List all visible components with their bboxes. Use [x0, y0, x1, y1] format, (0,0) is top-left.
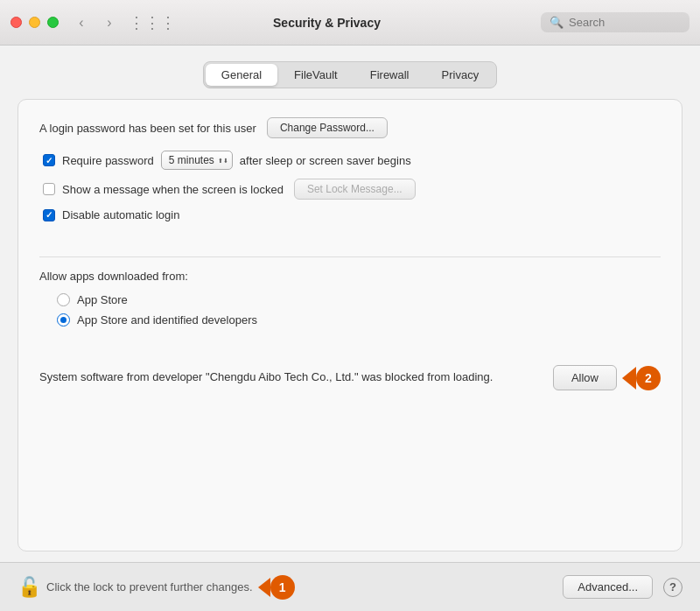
section-divider	[39, 256, 661, 257]
badge-2: 2	[636, 366, 661, 390]
settings-panel: A login password has been set for this u…	[18, 99, 682, 551]
require-password-checkbox[interactable]	[43, 154, 55, 166]
show-message-checkbox[interactable]	[43, 183, 55, 195]
require-password-label: Require password	[62, 154, 154, 167]
tab-general[interactable]: General	[206, 64, 277, 86]
lock-wrap[interactable]: 🔓 Click the lock to prevent further chan…	[18, 575, 295, 600]
set-lock-message-button: Set Lock Message...	[294, 179, 416, 200]
allow-button[interactable]: Allow	[553, 365, 617, 390]
tabs-container: General FileVault Firewall Privacy	[0, 46, 700, 99]
require-password-suffix: after sleep or screen saver begins	[240, 154, 411, 167]
main-content: General FileVault Firewall Privacy A log…	[0, 46, 700, 562]
change-password-button[interactable]: Change Password...	[267, 117, 388, 138]
bottom-bar: 🔓 Click the lock to prevent further chan…	[0, 562, 700, 611]
radio-group: App Store App Store and identified devel…	[57, 293, 661, 327]
password-timeout-dropdown[interactable]: 5 minutes	[161, 151, 233, 170]
search-bar[interactable]: 🔍	[541, 12, 690, 32]
login-section: A login password has been set for this u…	[39, 117, 661, 230]
back-arrow[interactable]: ‹	[69, 13, 94, 32]
disable-autologin-label: Disable automatic login	[62, 208, 179, 221]
tab-filevault[interactable]: FileVault	[278, 64, 354, 86]
login-text: A login password has been set for this u…	[39, 122, 256, 135]
advanced-button[interactable]: Advanced...	[563, 575, 653, 599]
help-button[interactable]: ?	[663, 578, 682, 597]
app-store-identified-label: App Store and identified developers	[77, 313, 257, 327]
allow-annotation: 2	[622, 366, 661, 390]
badge-1: 1	[270, 575, 295, 600]
allow-section: Allow 2	[553, 365, 661, 390]
tab-firewall[interactable]: Firewall	[354, 64, 425, 86]
blocked-software-text: System software from developer "Chengdu …	[39, 369, 542, 385]
app-store-radio-row: App Store	[57, 293, 661, 306]
lock-text: Click the lock to prevent further change…	[46, 580, 253, 593]
login-row: A login password has been set for this u…	[39, 117, 661, 138]
tab-privacy[interactable]: Privacy	[426, 64, 495, 86]
search-input[interactable]	[569, 16, 674, 29]
require-password-row: Require password 5 minutes after sleep o…	[43, 151, 661, 170]
lock-arrow-icon	[258, 578, 270, 597]
tabs: General FileVault Firewall Privacy	[203, 61, 497, 88]
search-icon: 🔍	[550, 16, 564, 29]
disable-autologin-checkbox[interactable]	[43, 209, 55, 221]
blocked-software-section: System software from developer "Chengdu …	[39, 365, 661, 390]
maximize-button[interactable]	[47, 17, 59, 28]
title-bar: ‹ › ⋮⋮⋮ Security & Privacy 🔍	[0, 0, 700, 46]
lock-icon: 🔓	[18, 576, 41, 599]
lock-annotation: 1	[258, 575, 295, 600]
password-timeout-value: 5 minutes	[169, 154, 214, 166]
show-message-row: Show a message when the screen is locked…	[43, 179, 661, 200]
minimize-button[interactable]	[29, 17, 40, 28]
close-button[interactable]	[10, 17, 22, 28]
show-message-label: Show a message when the screen is locked	[62, 183, 284, 196]
app-store-radio[interactable]	[57, 293, 70, 306]
app-store-identified-radio-row: App Store and identified developers	[57, 313, 661, 327]
window-title: Security & Privacy	[113, 16, 541, 30]
arrow-icon	[622, 367, 636, 390]
allow-apps-section: Allow apps downloaded from: App Store Ap…	[39, 270, 661, 327]
traffic-lights	[10, 17, 59, 28]
app-store-label: App Store	[77, 293, 128, 306]
allow-apps-title: Allow apps downloaded from:	[39, 270, 661, 283]
app-store-identified-radio[interactable]	[57, 313, 70, 327]
disable-autologin-row: Disable automatic login	[43, 208, 661, 221]
